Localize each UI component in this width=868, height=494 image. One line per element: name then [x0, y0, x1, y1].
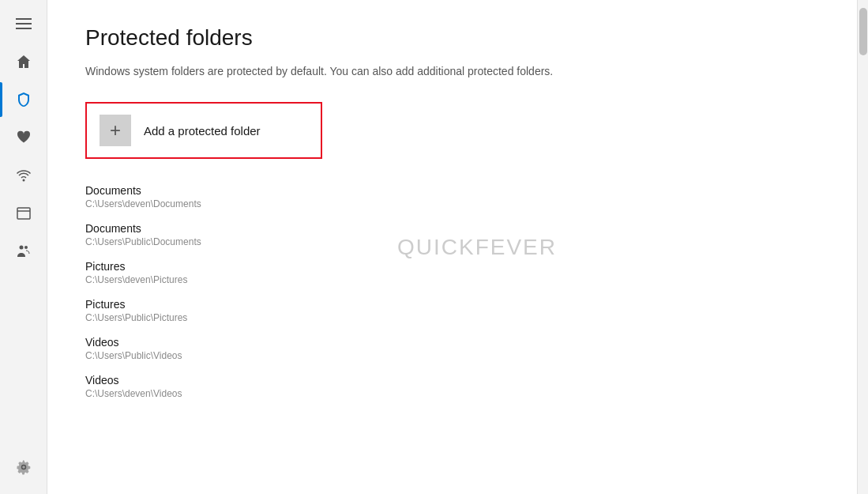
- svg-rect-0: [16, 18, 32, 20]
- folder-name: Documents: [85, 222, 819, 235]
- svg-rect-2: [16, 28, 32, 29]
- main-content: Protected folders Windows system folders…: [47, 0, 857, 494]
- sidebar-item-health[interactable]: [5, 120, 43, 155]
- svg-point-3: [22, 179, 24, 182]
- svg-point-6: [19, 246, 23, 250]
- add-folder-label: Add a protected folder: [144, 124, 261, 138]
- folder-path: C:\Users\deven\Documents: [85, 198, 819, 209]
- folder-path: C:\Users\Public\Documents: [85, 236, 819, 247]
- folder-path: C:\Users\deven\Videos: [85, 388, 819, 399]
- plus-icon: +: [110, 121, 121, 140]
- add-protected-folder-button[interactable]: + Add a protected folder: [85, 102, 322, 159]
- sidebar-item-settings[interactable]: [5, 450, 43, 485]
- scrollbar-thumb[interactable]: [859, 8, 867, 55]
- sidebar-item-shield[interactable]: [5, 82, 43, 117]
- sidebar-item-apps[interactable]: [5, 196, 43, 231]
- folder-name: Documents: [85, 184, 819, 197]
- folder-name: Videos: [85, 374, 819, 387]
- folder-list: Documents C:\Users\deven\Documents Docum…: [85, 178, 819, 405]
- folder-name: Pictures: [85, 298, 819, 311]
- folder-item[interactable]: Videos C:\Users\deven\Videos: [85, 368, 819, 405]
- page-description: Windows system folders are protected by …: [85, 63, 559, 80]
- sidebar-item-family[interactable]: [5, 234, 43, 269]
- folder-item[interactable]: Pictures C:\Users\Public\Pictures: [85, 292, 819, 330]
- page-title: Protected folders: [85, 25, 819, 51]
- folder-path: C:\Users\deven\Pictures: [85, 274, 819, 285]
- folder-name: Pictures: [85, 260, 819, 273]
- folder-item[interactable]: Pictures C:\Users\deven\Pictures: [85, 254, 819, 292]
- folder-item[interactable]: Videos C:\Users\Public\Videos: [85, 330, 819, 368]
- svg-rect-1: [16, 23, 32, 25]
- folder-item[interactable]: Documents C:\Users\Public\Documents: [85, 216, 819, 254]
- svg-rect-4: [17, 208, 30, 219]
- add-icon-box: +: [100, 115, 131, 146]
- sidebar-item-network[interactable]: [5, 158, 43, 193]
- svg-point-7: [24, 246, 28, 249]
- sidebar: [0, 0, 47, 494]
- folder-path: C:\Users\Public\Pictures: [85, 312, 819, 323]
- scrollbar[interactable]: [857, 0, 868, 494]
- folder-path: C:\Users\Public\Videos: [85, 350, 819, 361]
- folder-item[interactable]: Documents C:\Users\deven\Documents: [85, 178, 819, 216]
- sidebar-item-home[interactable]: [5, 44, 43, 79]
- sidebar-item-menu[interactable]: [5, 6, 43, 41]
- folder-name: Videos: [85, 336, 819, 349]
